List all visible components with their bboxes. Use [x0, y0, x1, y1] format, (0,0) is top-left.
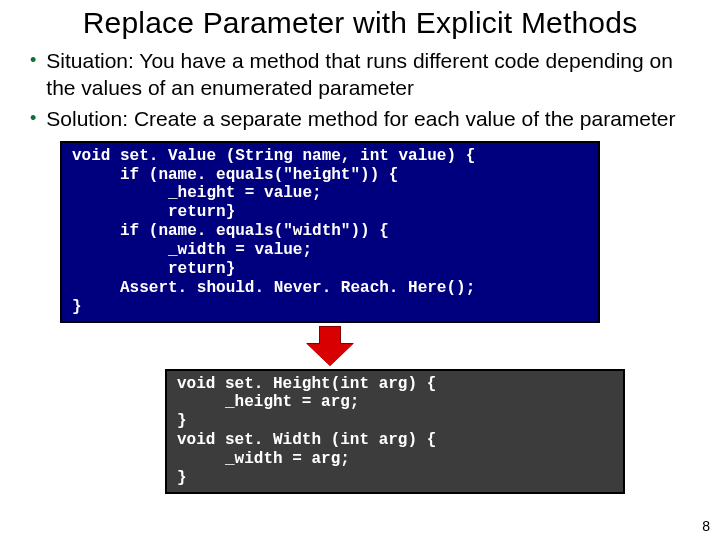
- bullet-item: • Situation: You have a method that runs…: [30, 48, 690, 102]
- bullet-text: Situation: You have a method that runs d…: [46, 48, 690, 102]
- bullet-label: Solution:: [46, 107, 128, 130]
- bullet-body: Create a separate method for each value …: [128, 107, 676, 130]
- page-title: Replace Parameter with Explicit Methods: [0, 0, 720, 48]
- bullet-dot-icon: •: [30, 48, 36, 73]
- bullet-dot-icon: •: [30, 106, 36, 131]
- bullet-label: Situation:: [46, 49, 134, 72]
- code-after-block: void set. Height(int arg) { _height = ar…: [165, 369, 625, 494]
- arrow-down-icon: [307, 326, 353, 366]
- code-container: void set. Value (String name, int value)…: [0, 141, 720, 494]
- bullet-text: Solution: Create a separate method for e…: [46, 106, 690, 133]
- arrow-wrap: [60, 325, 600, 367]
- page-number: 8: [702, 518, 710, 534]
- bullet-body: You have a method that runs different co…: [46, 49, 673, 99]
- code-before-block: void set. Value (String name, int value)…: [60, 141, 600, 323]
- bullet-item: • Solution: Create a separate method for…: [30, 106, 690, 133]
- bullet-list: • Situation: You have a method that runs…: [0, 48, 720, 141]
